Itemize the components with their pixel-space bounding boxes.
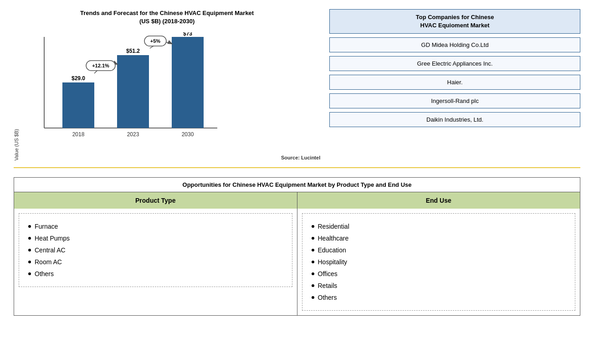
bullet-icon xyxy=(28,249,31,251)
svg-text:$51.2: $51.2 xyxy=(126,48,140,54)
chart-inner: $29.0 2018 $51.2 2023 $73 2030 xyxy=(21,32,320,160)
chart-area: Trends and Forecast for the Chinese HVAC… xyxy=(14,9,320,160)
svg-text:+12.1%: +12.1% xyxy=(92,63,109,68)
end-use-item-3: Hospitality xyxy=(312,256,566,268)
companies-area: Top Companies for ChineseHVAC Equioment … xyxy=(329,9,580,160)
company-item-3: Ingersoll-Rand plc xyxy=(329,93,580,108)
bullet-icon xyxy=(312,225,314,228)
product-item-3: Room AC xyxy=(28,256,283,268)
end-use-item-2: Education xyxy=(312,244,566,256)
bullet-icon xyxy=(312,237,314,240)
bullet-icon xyxy=(312,284,314,287)
end-use-item-6: Others xyxy=(312,292,566,303)
product-type-column: Product Type Furnace Heat Pumps Central … xyxy=(14,192,297,315)
svg-text:2023: 2023 xyxy=(127,131,139,138)
company-item-1: Gree Electric Appliances Inc. xyxy=(329,56,580,71)
chart-wrapper: Value (US $B) $29.0 2018 xyxy=(14,32,320,160)
bar-2018 xyxy=(62,82,94,128)
bullet-icon xyxy=(28,225,31,228)
bottom-section: Opportunities for Chinese HVAC Equipment… xyxy=(14,177,580,316)
bullet-icon xyxy=(28,237,31,240)
main-container: Trends and Forecast for the Chinese HVAC… xyxy=(0,0,594,364)
bar-2030 xyxy=(172,37,204,128)
companies-header: Top Companies for ChineseHVAC Equioment … xyxy=(329,9,580,34)
bottom-content: Product Type Furnace Heat Pumps Central … xyxy=(14,192,580,315)
chart-title: Trends and Forecast for the Chinese HVAC… xyxy=(14,9,320,26)
svg-text:$73: $73 xyxy=(183,32,192,37)
bullet-icon xyxy=(312,272,314,275)
bottom-header: Opportunities for Chinese HVAC Equipment… xyxy=(14,178,580,192)
product-type-header: Product Type xyxy=(14,192,297,209)
company-item-4: Daikin Industries, Ltd. xyxy=(329,112,580,127)
bar-2023 xyxy=(117,55,149,128)
company-item-2: Haier. xyxy=(329,75,580,90)
bullet-icon xyxy=(28,272,31,275)
svg-text:+5%: +5% xyxy=(150,38,161,44)
svg-text:$29.0: $29.0 xyxy=(72,75,85,82)
product-type-items: Furnace Heat Pumps Central AC Room AC xyxy=(19,213,292,287)
end-use-item-0: Residential xyxy=(312,220,566,232)
top-section: Trends and Forecast for the Chinese HVAC… xyxy=(14,9,580,168)
chart-svg: $29.0 2018 $51.2 2023 $73 2030 xyxy=(21,32,231,151)
end-use-header: End Use xyxy=(297,192,580,209)
end-use-column: End Use Residential Healthcare Education xyxy=(297,192,580,315)
svg-text:2018: 2018 xyxy=(72,131,85,138)
svg-text:2030: 2030 xyxy=(182,131,194,138)
end-use-item-5: Retails xyxy=(312,280,566,292)
end-use-item-4: Offices xyxy=(312,268,566,280)
source-text: Source: Lucintel xyxy=(21,155,320,160)
end-use-items: Residential Healthcare Education Hospita… xyxy=(302,213,576,311)
bullet-icon xyxy=(312,249,314,251)
product-item-2: Central AC xyxy=(28,244,283,256)
end-use-item-1: Healthcare xyxy=(312,232,566,244)
product-item-1: Heat Pumps xyxy=(28,232,283,244)
bullet-icon xyxy=(312,296,314,299)
bullet-icon xyxy=(28,261,31,263)
product-item-4: Others xyxy=(28,268,283,280)
bullet-icon xyxy=(312,261,314,263)
y-axis-label: Value (US $B) xyxy=(14,129,19,161)
product-item-0: Furnace xyxy=(28,220,283,232)
company-item-0: GD Midea Holding Co.Ltd xyxy=(329,37,580,52)
